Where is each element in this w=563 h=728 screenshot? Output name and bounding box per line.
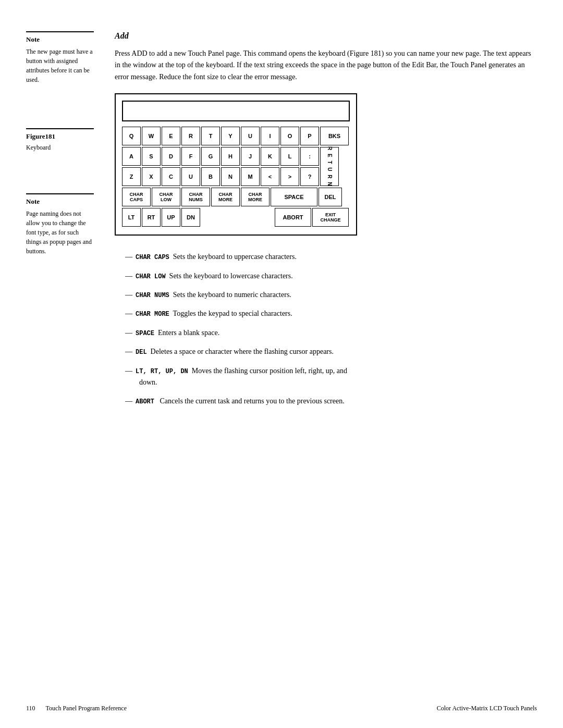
key-char-nums[interactable]: CHAR NUMS	[181, 188, 210, 206]
key-g[interactable]: G	[201, 147, 220, 166]
key-bks[interactable]: BKS	[320, 127, 349, 145]
key-char-more2-line2: MORE	[248, 197, 262, 202]
key-exit-line1: EXIT	[325, 212, 336, 217]
desc-key-char-caps: CHAR CAPS	[136, 254, 169, 261]
note2-text: Page naming does not allow you to change…	[26, 209, 94, 256]
note-box-1: Note The new page must have a button wit…	[26, 31, 94, 84]
desc-text-abort: Cancels the current task and returns you…	[160, 397, 345, 405]
key-s[interactable]: S	[142, 147, 161, 166]
key-j[interactable]: J	[241, 147, 260, 166]
keyboard-diagram: Q W E R T Y U I O P BKS A S D	[115, 93, 357, 236]
desc-key-arrows: LT, RT, UP, DN	[136, 368, 188, 375]
key-exit-change[interactable]: EXIT CHANGE	[312, 208, 349, 227]
key-t[interactable]: T	[201, 127, 220, 145]
key-l[interactable]: L	[280, 147, 299, 166]
key-rt-arrow[interactable]: RT	[142, 208, 161, 227]
dash-4: —	[125, 308, 132, 319]
key-lt-arrow[interactable]: LT	[122, 208, 141, 227]
key-z[interactable]: Z	[122, 167, 141, 186]
desc-item-del: — DEL Deletes a space or character where…	[125, 346, 532, 357]
key-b[interactable]: B	[201, 167, 220, 186]
key-char-low[interactable]: CHAR LOW	[152, 188, 180, 206]
key-char-more1-line2: MORE	[218, 197, 232, 202]
dash-1: —	[125, 251, 132, 263]
key-question[interactable]: ?	[300, 167, 319, 186]
key-up-arrow[interactable]: UP	[162, 208, 180, 227]
key-return[interactable]: R E T U R N	[320, 147, 339, 186]
key-c[interactable]: C	[162, 167, 180, 186]
desc-key-char-more: CHAR MORE	[136, 311, 169, 318]
key-y[interactable]: Y	[221, 127, 240, 145]
key-char-low-line1: CHAR	[160, 192, 173, 197]
main-content: Add Press ADD to add a new Touch Panel p…	[104, 31, 563, 418]
footer-page-number: 110	[26, 705, 35, 712]
key-char-caps[interactable]: CHAR CAPS	[122, 188, 151, 206]
desc-item-char-nums: — CHAR NUMS Sets the keyboard to numeric…	[125, 289, 532, 301]
desc-item-space: — SPACE Enters a blank space.	[125, 327, 532, 339]
key-i[interactable]: I	[261, 127, 279, 145]
key-char-caps-line2: CAPS	[130, 197, 143, 202]
key-k[interactable]: K	[261, 147, 279, 166]
page-footer: 110 Touch Panel Program Reference Color …	[0, 705, 563, 712]
key-char-nums-line1: CHAR	[189, 192, 203, 197]
key-char-more-1[interactable]: CHAR MORE	[211, 188, 240, 206]
key-u[interactable]: U	[241, 127, 260, 145]
keyboard-row-3: Z X C U B N M < > ?	[122, 167, 320, 186]
key-a[interactable]: A	[122, 147, 141, 166]
key-lt[interactable]: <	[261, 167, 279, 186]
note-box-2: Note Page naming does not allow you to c…	[26, 193, 94, 256]
keyboard-rows-2-3: A S D F G H J K L : Z X	[122, 147, 350, 188]
key-exit-line2: CHANGE	[320, 217, 340, 223]
key-char-more-2[interactable]: CHAR MORE	[241, 188, 270, 206]
key-v[interactable]: U	[181, 167, 200, 186]
key-w[interactable]: W	[142, 127, 161, 145]
key-char-more1-line1: CHAR	[219, 192, 232, 197]
key-dn-arrow[interactable]: DN	[181, 208, 200, 227]
dash-2: —	[125, 270, 132, 282]
figure-label-title: Figure181	[26, 132, 94, 141]
body-text: Press ADD to add a new Touch Panel page.…	[115, 48, 532, 83]
key-m[interactable]: M	[241, 167, 260, 186]
key-del[interactable]: DEL	[319, 188, 342, 206]
key-gt[interactable]: >	[280, 167, 299, 186]
section-title: Add	[115, 31, 532, 41]
key-h[interactable]: H	[221, 147, 240, 166]
key-f[interactable]: F	[181, 147, 200, 166]
desc-key-del: DEL	[136, 349, 147, 356]
keyboard-row-1: Q W E R T Y U I O P BKS	[122, 127, 350, 145]
note1-title: Note	[26, 35, 94, 44]
dash-6: —	[125, 346, 132, 357]
desc-key-char-nums: CHAR NUMS	[136, 292, 169, 299]
spacer-row5	[201, 208, 275, 227]
key-colon[interactable]: :	[300, 147, 319, 166]
key-d[interactable]: D	[162, 147, 180, 166]
footer-right-label: Color Active-Matrix LCD Touch Panels	[437, 705, 537, 712]
keyboard-rows-2-3-inner: A S D F G H J K L : Z X	[122, 147, 320, 188]
key-n[interactable]: N	[221, 167, 240, 186]
footer-left: 110 Touch Panel Program Reference	[26, 705, 127, 712]
desc-text-char-low: Sets the keyboard to lowercase character…	[169, 272, 293, 280]
key-e[interactable]: E	[162, 127, 180, 145]
desc-text-space: Enters a blank space.	[158, 329, 219, 337]
keyboard-row-4: CHAR CAPS CHAR LOW CHAR NUMS CHAR MORE C…	[122, 188, 350, 206]
key-x[interactable]: X	[142, 167, 161, 186]
desc-key-abort: ABORT	[136, 398, 154, 405]
desc-item-char-more: — CHAR MORE Toggles the keypad to specia…	[125, 308, 532, 319]
note2-title: Note	[26, 198, 94, 206]
key-char-caps-line1: CHAR	[130, 192, 143, 197]
key-p[interactable]: P	[300, 127, 319, 145]
keyboard-row-2: A S D F G H J K L :	[122, 147, 320, 166]
sidebar: Note The new page must have a button wit…	[0, 31, 104, 418]
desc-text-del: Deletes a space or character where the f…	[151, 348, 334, 355]
key-r[interactable]: R	[181, 127, 200, 145]
desc-text-char-nums: Sets the keyboard to numeric characters.	[173, 291, 291, 299]
dash-5: —	[125, 327, 132, 339]
desc-item-arrows: — LT, RT, UP, DN Moves the flashing curs…	[125, 365, 532, 389]
key-space[interactable]: SPACE	[271, 188, 317, 206]
desc-text-char-caps: Sets the keyboard to uppercase character…	[173, 253, 297, 261]
description-list: — CHAR CAPS Sets the keyboard to upperca…	[125, 251, 532, 408]
note1-text: The new page must have a button with ass…	[26, 47, 94, 84]
key-abort[interactable]: ABORT	[275, 208, 311, 227]
key-o[interactable]: O	[280, 127, 299, 145]
key-q[interactable]: Q	[122, 127, 141, 145]
